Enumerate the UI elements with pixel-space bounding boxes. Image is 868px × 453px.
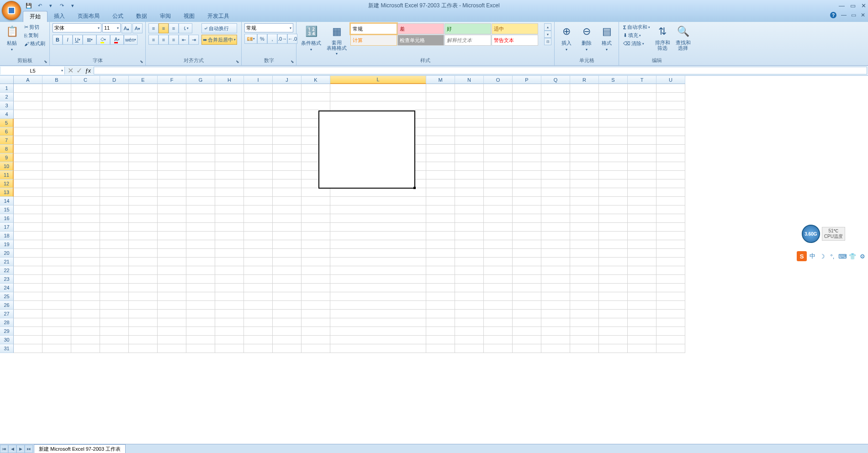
cell[interactable]: [42, 101, 71, 110]
cell[interactable]: [14, 240, 42, 249]
cell[interactable]: [302, 136, 330, 145]
cell[interactable]: [215, 292, 244, 301]
cell[interactable]: [513, 205, 541, 214]
cell[interactable]: [599, 101, 628, 110]
cell[interactable]: [158, 145, 186, 153]
cell[interactable]: [215, 223, 244, 232]
autosum-button[interactable]: Σ 自动求和 ▾: [622, 23, 651, 31]
cell[interactable]: [513, 93, 541, 101]
cell[interactable]: [14, 153, 42, 162]
close-icon[interactable]: ✕: [861, 2, 866, 9]
cell[interactable]: [273, 344, 302, 353]
cell[interactable]: [100, 232, 129, 240]
cell[interactable]: [570, 336, 599, 344]
cell[interactable]: [302, 301, 330, 310]
row-header-4[interactable]: 4: [0, 110, 14, 119]
cell[interactable]: [541, 197, 570, 205]
cell[interactable]: [541, 301, 570, 310]
cell[interactable]: [129, 258, 158, 266]
cell[interactable]: [100, 327, 129, 336]
cell[interactable]: [158, 179, 186, 188]
cell[interactable]: [302, 223, 330, 232]
cell[interactable]: [330, 232, 426, 240]
cell[interactable]: [14, 318, 42, 327]
cell[interactable]: [455, 179, 484, 188]
cell[interactable]: [158, 119, 186, 127]
cell[interactable]: [302, 284, 330, 292]
cell[interactable]: [158, 310, 186, 318]
cell[interactable]: [484, 249, 513, 258]
cell[interactable]: [426, 110, 455, 119]
cell[interactable]: [628, 93, 656, 101]
cell[interactable]: [71, 188, 100, 197]
cell[interactable]: [273, 214, 302, 223]
cell[interactable]: [599, 136, 628, 145]
cell[interactable]: [100, 179, 129, 188]
cell[interactable]: [541, 258, 570, 266]
cell[interactable]: [513, 101, 541, 110]
cell[interactable]: [71, 153, 100, 162]
cell[interactable]: [426, 119, 455, 127]
cell[interactable]: [215, 162, 244, 171]
cell[interactable]: [71, 127, 100, 136]
cell[interactable]: [71, 119, 100, 127]
row-header-17[interactable]: 17: [0, 223, 14, 232]
cell[interactable]: [570, 188, 599, 197]
cell[interactable]: [42, 188, 71, 197]
cell[interactable]: [426, 301, 455, 310]
cell[interactable]: [273, 84, 302, 93]
cell[interactable]: [426, 188, 455, 197]
cell[interactable]: [330, 197, 426, 205]
decrease-decimal-button[interactable]: ←.0: [287, 34, 297, 44]
cell[interactable]: [484, 318, 513, 327]
cell[interactable]: [129, 344, 158, 353]
cell[interactable]: [71, 171, 100, 179]
cell[interactable]: [186, 292, 215, 301]
cell[interactable]: [244, 162, 273, 171]
cell[interactable]: [42, 205, 71, 214]
cell[interactable]: [426, 266, 455, 275]
col-header-Q[interactable]: Q: [541, 76, 570, 84]
row-header-11[interactable]: 11: [0, 171, 14, 179]
cell[interactable]: [330, 153, 426, 162]
cell[interactable]: [244, 153, 273, 162]
cell[interactable]: [186, 275, 215, 284]
cell[interactable]: [244, 119, 273, 127]
cell[interactable]: [100, 205, 129, 214]
cell[interactable]: [513, 327, 541, 336]
col-header-K[interactable]: K: [302, 76, 330, 84]
cell[interactable]: [628, 119, 656, 127]
cell[interactable]: [273, 205, 302, 214]
cell[interactable]: [100, 101, 129, 110]
cell[interactable]: [158, 327, 186, 336]
cell[interactable]: [599, 292, 628, 301]
row-header-18[interactable]: 18: [0, 232, 14, 240]
cell[interactable]: [570, 197, 599, 205]
font-color-button[interactable]: A▾: [110, 35, 124, 45]
cell[interactable]: [656, 275, 685, 284]
cell[interactable]: [484, 336, 513, 344]
cell[interactable]: [215, 327, 244, 336]
style-好[interactable]: 好: [445, 23, 491, 34]
cell[interactable]: [541, 318, 570, 327]
cell[interactable]: [570, 318, 599, 327]
cell[interactable]: [455, 292, 484, 301]
cell[interactable]: [100, 240, 129, 249]
cell[interactable]: [129, 249, 158, 258]
cell[interactable]: [330, 214, 426, 223]
cell[interactable]: [455, 232, 484, 240]
cell[interactable]: [570, 310, 599, 318]
cell[interactable]: [330, 188, 426, 197]
cell[interactable]: [158, 258, 186, 266]
cell[interactable]: [628, 197, 656, 205]
cell[interactable]: [330, 301, 426, 310]
ime-moon-icon[interactable]: ☽: [818, 252, 827, 261]
cell[interactable]: [513, 162, 541, 171]
cell[interactable]: [302, 101, 330, 110]
cell[interactable]: [484, 205, 513, 214]
cell[interactable]: [71, 310, 100, 318]
cell[interactable]: [570, 232, 599, 240]
cell[interactable]: [570, 205, 599, 214]
cell[interactable]: [330, 223, 426, 232]
cell[interactable]: [513, 284, 541, 292]
